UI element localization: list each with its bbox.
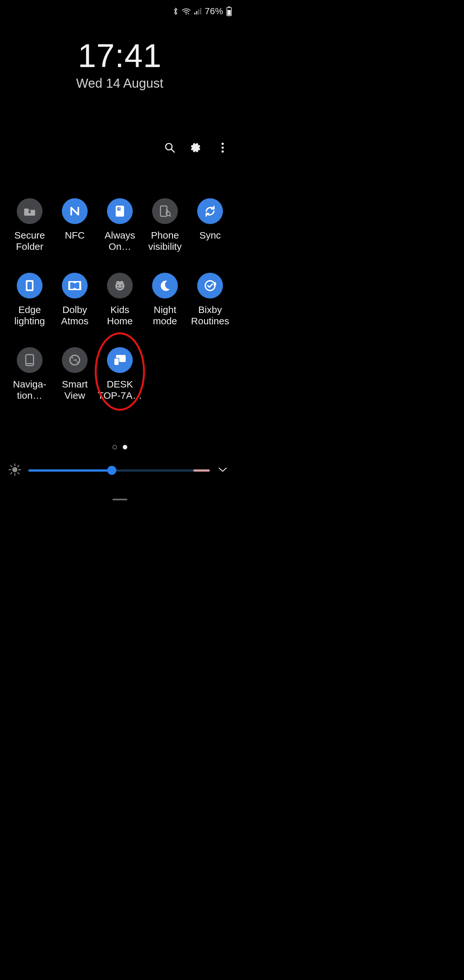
tile-label: Edge lighting — [14, 304, 45, 326]
tile-link-windows[interactable]: DESK TOP-7A… — [97, 347, 142, 401]
search-icon — [164, 142, 176, 155]
tile-smart-view[interactable]: Smart View — [52, 347, 97, 401]
tile-nfc[interactable]: NFC — [52, 198, 97, 252]
tile-toggle-bixby[interactable] — [197, 273, 223, 299]
tile-edge-light[interactable]: Edge lighting — [7, 273, 52, 326]
tile-night-mode[interactable]: Night mode — [142, 273, 188, 326]
panel-actions — [163, 141, 230, 155]
brightness-expand-button[interactable] — [216, 463, 230, 477]
gear-icon — [191, 142, 202, 154]
tile-toggle-nfc[interactable] — [62, 198, 87, 224]
tile-toggle-night-mode[interactable] — [152, 273, 178, 299]
smart-view-icon — [68, 353, 81, 367]
phone-vis-icon — [159, 205, 172, 218]
tile-toggle-smart-view[interactable] — [62, 347, 87, 373]
tile-label: Sync — [199, 230, 221, 241]
tile-label: NFC — [65, 230, 85, 241]
edge-light-icon — [24, 279, 35, 293]
svg-point-24 — [121, 285, 123, 286]
brightness-row — [0, 463, 239, 478]
tile-kids-home[interactable]: Kids Home — [97, 273, 142, 326]
svg-line-39 — [11, 466, 12, 467]
tile-dolby[interactable]: Dolby Atmos — [52, 273, 97, 326]
check-rotate-icon — [203, 279, 217, 293]
clock-rect-icon — [114, 205, 126, 218]
svg-point-23 — [117, 285, 119, 286]
tile-toggle-navigation[interactable] — [17, 347, 43, 373]
svg-line-9 — [172, 149, 174, 152]
more-button[interactable] — [216, 141, 230, 155]
tile-label: Always On… — [104, 230, 135, 252]
svg-point-10 — [222, 143, 224, 145]
svg-point-0 — [186, 14, 187, 15]
svg-point-11 — [222, 147, 224, 149]
tile-label: Kids Home — [107, 304, 133, 326]
svg-rect-13 — [29, 211, 30, 213]
svg-line-40 — [18, 473, 19, 474]
tile-toggle-sync[interactable] — [197, 198, 223, 224]
brightness-slider[interactable] — [29, 465, 210, 476]
moon-icon — [159, 280, 171, 292]
svg-rect-2 — [196, 11, 197, 14]
tile-phone-vis[interactable]: Phone visibility — [142, 198, 188, 252]
tile-bixby[interactable]: Bixby Routines — [188, 273, 233, 326]
clock-block: 17:41 Wed 14 August — [0, 37, 239, 91]
tile-label: Dolby Atmos — [61, 304, 88, 326]
link-windows-icon — [113, 354, 127, 366]
tile-label: Secure Folder — [14, 230, 45, 252]
svg-rect-3 — [198, 10, 199, 14]
tile-label: Naviga- tion… — [13, 379, 46, 401]
tile-toggle-secure-folder[interactable] — [17, 198, 43, 224]
tile-secure-folder[interactable]: Secure Folder — [7, 198, 52, 252]
status-bar: 76% — [0, 0, 239, 22]
svg-point-29 — [72, 357, 73, 358]
settings-button[interactable] — [189, 141, 203, 155]
gesture-hint-bar[interactable] — [113, 499, 127, 500]
clock-date: Wed 14 August — [0, 76, 239, 91]
tile-label: DESK TOP-7A… — [98, 379, 142, 401]
svg-rect-16 — [160, 206, 167, 216]
dolby-icon — [68, 280, 82, 291]
svg-rect-4 — [200, 8, 202, 14]
battery-icon — [226, 6, 232, 16]
svg-line-18 — [170, 215, 171, 216]
svg-point-34 — [12, 467, 17, 472]
page-dot-0[interactable] — [113, 445, 117, 449]
battery-percent: 76% — [205, 6, 223, 16]
svg-line-41 — [18, 466, 19, 467]
clock-time: 17:41 — [0, 37, 239, 75]
tile-label: Phone visibility — [148, 230, 181, 252]
svg-rect-7 — [227, 10, 231, 15]
svg-rect-33 — [114, 358, 119, 365]
nav-bar-icon — [24, 353, 35, 367]
tile-toggle-link-windows[interactable] — [107, 347, 133, 373]
brightness-icon — [8, 463, 21, 477]
tile-always-on[interactable]: Always On… — [97, 198, 142, 252]
tile-navigation[interactable]: Naviga- tion… — [7, 347, 52, 401]
page-dot-1[interactable] — [123, 445, 127, 449]
sync-icon — [203, 204, 217, 218]
svg-marker-31 — [75, 359, 77, 361]
page-indicator[interactable] — [0, 445, 239, 449]
svg-point-30 — [77, 361, 78, 363]
svg-rect-1 — [194, 13, 195, 14]
tile-sync[interactable]: Sync — [188, 198, 233, 252]
tile-toggle-phone-vis[interactable] — [152, 198, 178, 224]
brightness-slider-thumb[interactable] — [107, 466, 116, 475]
signal-icon — [194, 7, 202, 15]
quick-settings-grid: Secure FolderNFCAlways On…Phone visibili… — [0, 198, 239, 401]
tile-toggle-kids-home[interactable] — [107, 273, 133, 299]
svg-rect-20 — [27, 282, 32, 290]
tile-label: Night mode — [153, 304, 177, 326]
tile-toggle-dolby[interactable] — [62, 273, 87, 299]
svg-line-42 — [11, 473, 12, 474]
nfc-icon — [68, 204, 81, 218]
tile-toggle-edge-light[interactable] — [17, 273, 43, 299]
chevron-down-icon — [218, 466, 227, 474]
folder-lock-icon — [23, 205, 36, 218]
tile-toggle-always-on[interactable] — [107, 198, 133, 224]
auto-brightness-button[interactable] — [7, 463, 22, 478]
tile-label: Smart View — [62, 379, 87, 401]
search-button[interactable] — [163, 141, 177, 155]
bluetooth-icon — [172, 7, 179, 16]
